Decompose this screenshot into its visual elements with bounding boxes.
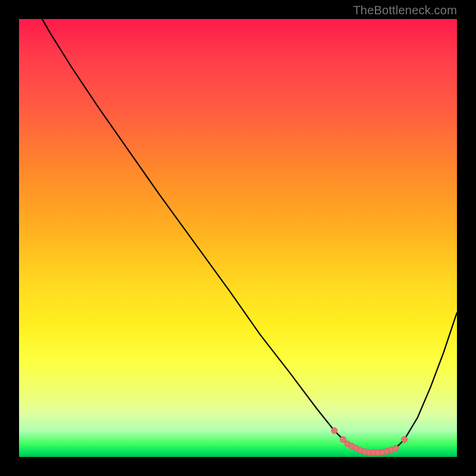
optimal-point-dot: [331, 428, 337, 434]
watermark-text: TheBottleneck.com: [353, 4, 457, 17]
bottleneck-curve: [19, 0, 457, 453]
curve-layer: [19, 19, 457, 457]
optimal-zone-dots: [331, 428, 408, 456]
optimal-point-dot: [402, 437, 408, 443]
optimal-point-dot: [393, 445, 399, 451]
chart-container: TheBottleneck.com: [0, 0, 476, 476]
